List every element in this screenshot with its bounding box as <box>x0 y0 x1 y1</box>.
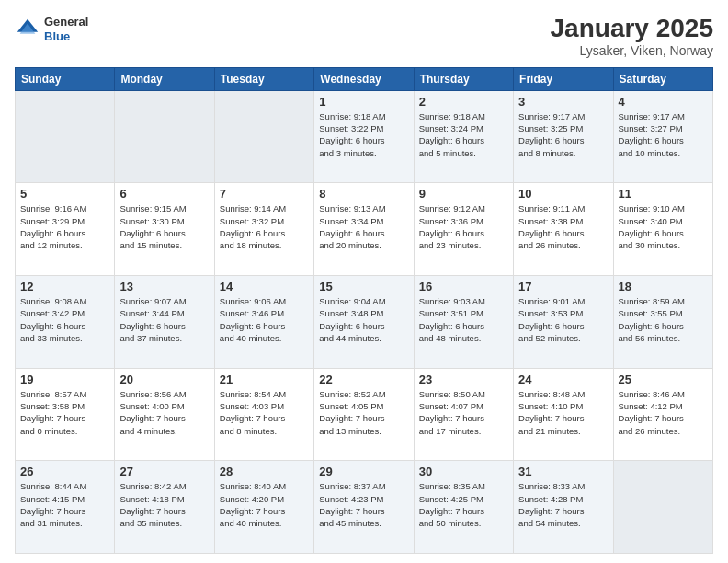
calendar-cell <box>214 90 313 183</box>
calendar-cell: 29Sunrise: 8:37 AM Sunset: 4:23 PM Dayli… <box>314 461 414 554</box>
day-number: 30 <box>419 465 508 478</box>
calendar-cell: 21Sunrise: 8:54 AM Sunset: 4:03 PM Dayli… <box>214 368 313 461</box>
calendar-cell: 31Sunrise: 8:33 AM Sunset: 4:28 PM Dayli… <box>514 461 613 554</box>
day-info: Sunrise: 9:10 AM Sunset: 3:40 PM Dayligh… <box>619 202 708 251</box>
page-subtitle: Lysaker, Viken, Norway <box>551 43 713 58</box>
calendar-table: SundayMondayTuesdayWednesdayThursdayFrid… <box>15 67 713 554</box>
day-number: 4 <box>619 95 708 109</box>
day-number: 21 <box>220 373 309 386</box>
day-number: 3 <box>518 95 608 109</box>
calendar-header-sunday: Sunday <box>16 67 115 90</box>
title-section: January 2025 Lysaker, Viken, Norway <box>551 15 713 58</box>
day-info: Sunrise: 8:59 AM Sunset: 3:55 PM Dayligh… <box>619 295 708 344</box>
calendar-cell: 3Sunrise: 9:17 AM Sunset: 3:25 PM Daylig… <box>514 90 613 183</box>
calendar-cell: 9Sunrise: 9:12 AM Sunset: 3:36 PM Daylig… <box>414 183 513 276</box>
header: General Blue January 2025 Lysaker, Viken… <box>15 15 713 58</box>
day-info: Sunrise: 8:46 AM Sunset: 4:12 PM Dayligh… <box>619 388 708 437</box>
calendar-header-thursday: Thursday <box>414 67 513 90</box>
day-number: 29 <box>319 465 408 478</box>
calendar-cell: 19Sunrise: 8:57 AM Sunset: 3:58 PM Dayli… <box>16 368 115 461</box>
calendar-cell: 28Sunrise: 8:40 AM Sunset: 4:20 PM Dayli… <box>214 461 313 554</box>
calendar-header-row: SundayMondayTuesdayWednesdayThursdayFrid… <box>16 67 713 90</box>
calendar-cell: 13Sunrise: 9:07 AM Sunset: 3:44 PM Dayli… <box>115 276 214 369</box>
calendar-header-monday: Monday <box>115 67 214 90</box>
day-info: Sunrise: 9:08 AM Sunset: 3:42 PM Dayligh… <box>20 295 109 344</box>
day-info: Sunrise: 8:35 AM Sunset: 4:25 PM Dayligh… <box>419 480 508 529</box>
calendar-cell: 10Sunrise: 9:11 AM Sunset: 3:38 PM Dayli… <box>514 183 613 276</box>
logo-text: General Blue <box>44 15 88 43</box>
calendar-cell: 22Sunrise: 8:52 AM Sunset: 4:05 PM Dayli… <box>314 368 414 461</box>
day-number: 28 <box>220 465 309 478</box>
day-number: 20 <box>119 373 209 386</box>
calendar-cell: 25Sunrise: 8:46 AM Sunset: 4:12 PM Dayli… <box>613 368 712 461</box>
calendar-cell: 30Sunrise: 8:35 AM Sunset: 4:25 PM Dayli… <box>414 461 513 554</box>
day-info: Sunrise: 8:56 AM Sunset: 4:00 PM Dayligh… <box>119 388 209 437</box>
day-info: Sunrise: 9:13 AM Sunset: 3:34 PM Dayligh… <box>319 202 408 251</box>
calendar-cell: 12Sunrise: 9:08 AM Sunset: 3:42 PM Dayli… <box>16 276 115 369</box>
day-info: Sunrise: 8:54 AM Sunset: 4:03 PM Dayligh… <box>220 388 309 437</box>
day-number: 6 <box>119 187 209 201</box>
day-info: Sunrise: 9:18 AM Sunset: 3:22 PM Dayligh… <box>319 110 408 159</box>
calendar-cell <box>16 90 115 183</box>
calendar-cell: 18Sunrise: 8:59 AM Sunset: 3:55 PM Dayli… <box>613 276 712 369</box>
calendar-cell: 14Sunrise: 9:06 AM Sunset: 3:46 PM Dayli… <box>214 276 313 369</box>
day-number: 5 <box>20 187 109 201</box>
day-number: 13 <box>119 280 209 293</box>
day-info: Sunrise: 9:16 AM Sunset: 3:29 PM Dayligh… <box>20 202 109 251</box>
logo-icon <box>15 17 40 42</box>
calendar-cell: 23Sunrise: 8:50 AM Sunset: 4:07 PM Dayli… <box>414 368 513 461</box>
day-info: Sunrise: 9:04 AM Sunset: 3:48 PM Dayligh… <box>319 295 408 344</box>
calendar-cell: 27Sunrise: 8:42 AM Sunset: 4:18 PM Dayli… <box>115 461 214 554</box>
calendar-week-row: 5Sunrise: 9:16 AM Sunset: 3:29 PM Daylig… <box>16 183 713 276</box>
day-number: 14 <box>220 280 309 293</box>
page-title: January 2025 <box>551 15 713 43</box>
day-number: 8 <box>319 187 408 201</box>
day-number: 23 <box>419 373 508 386</box>
day-info: Sunrise: 8:42 AM Sunset: 4:18 PM Dayligh… <box>119 480 209 529</box>
logo: General Blue <box>15 15 88 43</box>
day-info: Sunrise: 9:17 AM Sunset: 3:27 PM Dayligh… <box>619 110 708 159</box>
day-number: 12 <box>20 280 109 293</box>
day-info: Sunrise: 8:37 AM Sunset: 4:23 PM Dayligh… <box>319 480 408 529</box>
calendar-cell: 11Sunrise: 9:10 AM Sunset: 3:40 PM Dayli… <box>613 183 712 276</box>
calendar-cell: 20Sunrise: 8:56 AM Sunset: 4:00 PM Dayli… <box>115 368 214 461</box>
day-number: 2 <box>419 95 508 109</box>
calendar-cell: 17Sunrise: 9:01 AM Sunset: 3:53 PM Dayli… <box>514 276 613 369</box>
logo-general: General <box>44 15 88 29</box>
day-number: 18 <box>619 280 708 293</box>
day-info: Sunrise: 8:33 AM Sunset: 4:28 PM Dayligh… <box>518 480 608 529</box>
calendar-cell: 1Sunrise: 9:18 AM Sunset: 3:22 PM Daylig… <box>314 90 414 183</box>
calendar-header-wednesday: Wednesday <box>314 67 414 90</box>
calendar-header-friday: Friday <box>514 67 613 90</box>
calendar-cell: 2Sunrise: 9:18 AM Sunset: 3:24 PM Daylig… <box>414 90 513 183</box>
calendar-week-row: 26Sunrise: 8:44 AM Sunset: 4:15 PM Dayli… <box>16 461 713 554</box>
day-info: Sunrise: 9:03 AM Sunset: 3:51 PM Dayligh… <box>419 295 508 344</box>
calendar-week-row: 12Sunrise: 9:08 AM Sunset: 3:42 PM Dayli… <box>16 276 713 369</box>
day-number: 1 <box>319 95 408 109</box>
calendar-cell: 24Sunrise: 8:48 AM Sunset: 4:10 PM Dayli… <box>514 368 613 461</box>
day-number: 15 <box>319 280 408 293</box>
day-info: Sunrise: 8:52 AM Sunset: 4:05 PM Dayligh… <box>319 388 408 437</box>
calendar-cell: 7Sunrise: 9:14 AM Sunset: 3:32 PM Daylig… <box>214 183 313 276</box>
calendar-cell: 16Sunrise: 9:03 AM Sunset: 3:51 PM Dayli… <box>414 276 513 369</box>
day-number: 24 <box>518 373 608 386</box>
calendar-week-row: 1Sunrise: 9:18 AM Sunset: 3:22 PM Daylig… <box>16 90 713 183</box>
day-number: 11 <box>619 187 708 201</box>
calendar-cell: 4Sunrise: 9:17 AM Sunset: 3:27 PM Daylig… <box>613 90 712 183</box>
main-container: General Blue January 2025 Lysaker, Viken… <box>0 0 728 563</box>
calendar-cell: 15Sunrise: 9:04 AM Sunset: 3:48 PM Dayli… <box>314 276 414 369</box>
day-info: Sunrise: 9:15 AM Sunset: 3:30 PM Dayligh… <box>119 202 209 251</box>
calendar-week-row: 19Sunrise: 8:57 AM Sunset: 3:58 PM Dayli… <box>16 368 713 461</box>
day-info: Sunrise: 9:01 AM Sunset: 3:53 PM Dayligh… <box>518 295 608 344</box>
day-info: Sunrise: 8:50 AM Sunset: 4:07 PM Dayligh… <box>419 388 508 437</box>
calendar-cell <box>613 461 712 554</box>
calendar-header-saturday: Saturday <box>613 67 712 90</box>
day-number: 10 <box>518 187 608 201</box>
day-number: 16 <box>419 280 508 293</box>
day-number: 26 <box>20 465 109 478</box>
calendar-header-tuesday: Tuesday <box>214 67 313 90</box>
day-info: Sunrise: 9:17 AM Sunset: 3:25 PM Dayligh… <box>518 110 608 159</box>
logo-blue: Blue <box>44 29 88 44</box>
day-info: Sunrise: 9:18 AM Sunset: 3:24 PM Dayligh… <box>419 110 508 159</box>
day-number: 31 <box>518 465 608 478</box>
